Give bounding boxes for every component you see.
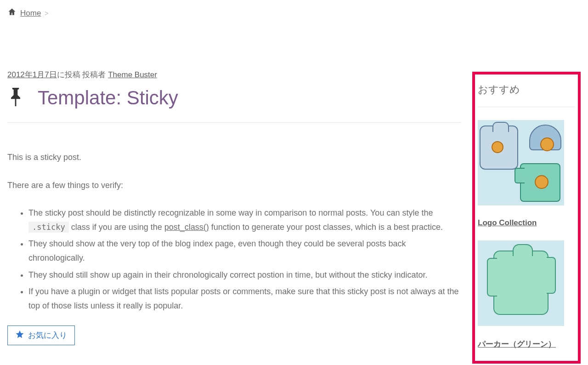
favorite-button[interactable]: お気に入り xyxy=(7,325,75,345)
svg-rect-0 xyxy=(15,98,17,106)
product-link[interactable]: パーカー（グリーン） xyxy=(478,340,556,348)
star-icon xyxy=(15,330,24,341)
breadcrumb-home[interactable]: Home xyxy=(20,9,41,18)
pin-icon xyxy=(7,86,24,109)
list-item: They should show at the very top of the … xyxy=(28,237,461,265)
list-item: If you have a plugin or widget that list… xyxy=(28,285,461,313)
paragraph: This is a sticky post. xyxy=(7,150,461,165)
meta-text: に投稿 投稿者 xyxy=(57,70,108,79)
product-image[interactable] xyxy=(478,120,564,205)
paragraph: There are a few things to verify: xyxy=(7,178,461,193)
product-link[interactable]: Logo Collection xyxy=(478,218,537,227)
favorite-label: お気に入り xyxy=(28,330,67,341)
post-meta: 2012年1月7日に投稿 投稿者 Theme Buster xyxy=(7,69,461,80)
code-inline: .sticky xyxy=(28,222,69,233)
sidebar-recommended: おすすめ Logo Collection パーカー（グリーン） xyxy=(472,72,581,364)
product-image[interactable] xyxy=(478,240,564,326)
product-card: Logo Collection xyxy=(478,120,575,228)
product-card: パーカー（グリーン） xyxy=(478,240,575,349)
post-date[interactable]: 2012年1月7日 xyxy=(7,70,57,79)
sidebar-title: おすすめ xyxy=(478,83,575,107)
chevron-right-icon: > xyxy=(45,10,48,17)
post-author[interactable]: Theme Buster xyxy=(108,70,157,79)
list-item: They should still show up again in their… xyxy=(28,268,461,282)
post-class-link[interactable]: post_class() xyxy=(164,222,209,232)
home-icon xyxy=(7,7,17,19)
post-content: This is a sticky post. There are a few t… xyxy=(7,150,461,345)
page-title: Template: Sticky xyxy=(38,87,178,109)
breadcrumb: Home > xyxy=(7,7,461,19)
list-item: The sticky post should be distinctly rec… xyxy=(28,206,461,234)
